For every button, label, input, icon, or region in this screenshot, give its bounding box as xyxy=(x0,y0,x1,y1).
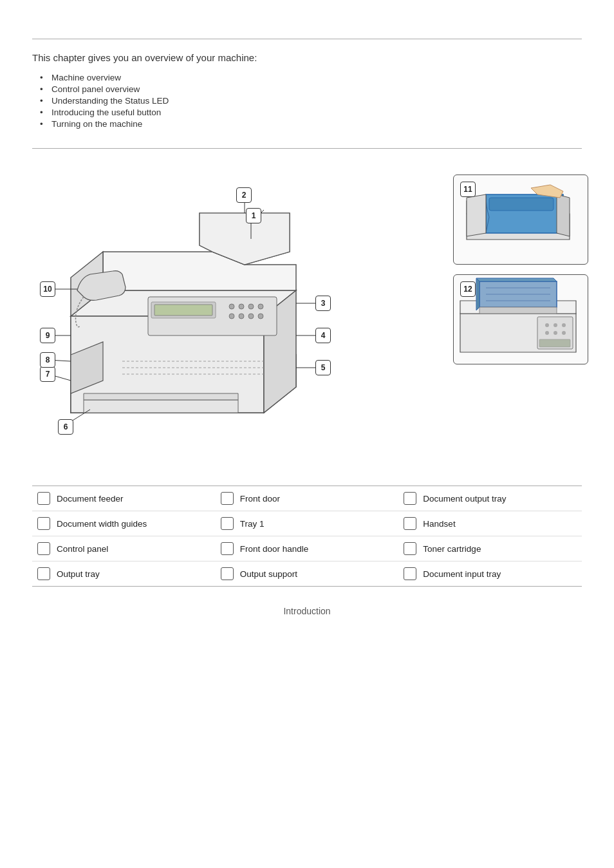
svg-point-32 xyxy=(562,331,566,335)
diagram-section: 2 1 3 4 5 6 7 8 9 10 11 xyxy=(19,162,595,479)
bullet-item-5: Turning on the machine xyxy=(51,119,582,129)
svg-point-6 xyxy=(248,314,254,319)
parts-row-2: Document width guides Tray 1 Handset xyxy=(32,511,582,536)
svg-point-8 xyxy=(258,314,263,319)
top-rule xyxy=(32,39,582,39)
svg-point-28 xyxy=(554,323,557,327)
parts-cell-4-1: Output tray xyxy=(32,561,216,586)
bullet-list: Machine overview Control panel overview … xyxy=(51,73,582,129)
svg-point-2 xyxy=(239,304,244,309)
bullet-item-4: Introducing the useful button xyxy=(51,108,582,117)
bullet-item-3: Understanding the Status LED xyxy=(51,96,582,106)
cell-icon-8 xyxy=(221,542,234,555)
parts-cell-3-2: Front door handle xyxy=(216,536,399,561)
cell-icon-11 xyxy=(221,567,234,580)
parts-cell-4-3: Document input tray xyxy=(398,561,582,586)
main-machine-diagram: 2 1 3 4 5 6 7 8 9 10 xyxy=(19,162,447,479)
cell-icon-3 xyxy=(404,492,416,505)
cell-icon-5 xyxy=(221,517,234,530)
parts-row-1: Document feeder Front door Document outp… xyxy=(32,486,582,511)
parts-cell-1-2: Front door xyxy=(216,486,399,511)
side-diagram-12: 12 xyxy=(453,274,588,364)
badge-1: 1 xyxy=(246,208,261,223)
svg-point-29 xyxy=(562,323,566,327)
parts-cell-2-2: Tray 1 xyxy=(216,511,399,536)
badge-11: 11 xyxy=(460,182,476,197)
bullet-item-2: Control panel overview xyxy=(51,84,582,94)
badge-6: 6 xyxy=(58,419,73,435)
svg-point-5 xyxy=(239,314,244,319)
svg-rect-37 xyxy=(479,307,557,314)
parts-cell-1-3: Document output tray xyxy=(398,486,582,511)
parts-table: Document feeder Front door Document outp… xyxy=(32,486,582,587)
badge-5: 5 xyxy=(315,360,331,375)
badge-12: 12 xyxy=(460,281,476,297)
badge-10: 10 xyxy=(40,281,55,297)
svg-point-27 xyxy=(545,323,549,327)
mid-rule xyxy=(32,148,582,149)
parts-cell-2-1: Document width guides xyxy=(32,511,216,536)
cell-icon-12 xyxy=(404,567,416,580)
badge-3: 3 xyxy=(315,296,331,311)
parts-row-3: Control panel Front door handle Toner ca… xyxy=(32,536,582,561)
cell-icon-2 xyxy=(221,492,234,505)
intro-text: This chapter gives you an overview of yo… xyxy=(32,52,582,63)
cell-icon-6 xyxy=(404,517,416,530)
svg-point-4 xyxy=(229,314,234,319)
parts-cell-2-3: Handset xyxy=(398,511,582,536)
svg-rect-33 xyxy=(539,339,570,347)
badge-9: 9 xyxy=(40,328,55,343)
parts-row-4: Output tray Output support Document inpu… xyxy=(32,561,582,586)
cell-icon-4 xyxy=(37,517,50,530)
parts-cell-3-3: Toner cartridge xyxy=(398,536,582,561)
badge-4: 4 xyxy=(315,328,331,343)
svg-point-3 xyxy=(248,304,254,309)
svg-point-30 xyxy=(545,331,549,335)
cell-icon-9 xyxy=(404,542,416,555)
svg-point-1 xyxy=(229,304,234,309)
footer-text: Introduction xyxy=(0,606,614,629)
parts-cell-3-1: Control panel xyxy=(32,536,216,561)
cell-icon-7 xyxy=(37,542,50,555)
side-diagram-11: 11 xyxy=(453,175,588,265)
side-diagrams: 11 12 xyxy=(453,175,595,364)
svg-rect-25 xyxy=(489,198,554,211)
parts-cell-1-1: Document feeder xyxy=(32,486,216,511)
parts-cell-4-2: Output support xyxy=(216,561,399,586)
cell-icon-10 xyxy=(37,567,50,580)
svg-rect-10 xyxy=(154,305,212,316)
bullet-item-1: Machine overview xyxy=(51,73,582,82)
badge-8: 8 xyxy=(40,352,55,368)
page-container: This chapter gives you an overview of yo… xyxy=(0,39,614,868)
svg-point-31 xyxy=(554,331,557,335)
badge-7: 7 xyxy=(40,366,55,382)
cell-icon-1 xyxy=(37,492,50,505)
svg-point-7 xyxy=(258,304,263,309)
badge-2: 2 xyxy=(236,187,252,203)
